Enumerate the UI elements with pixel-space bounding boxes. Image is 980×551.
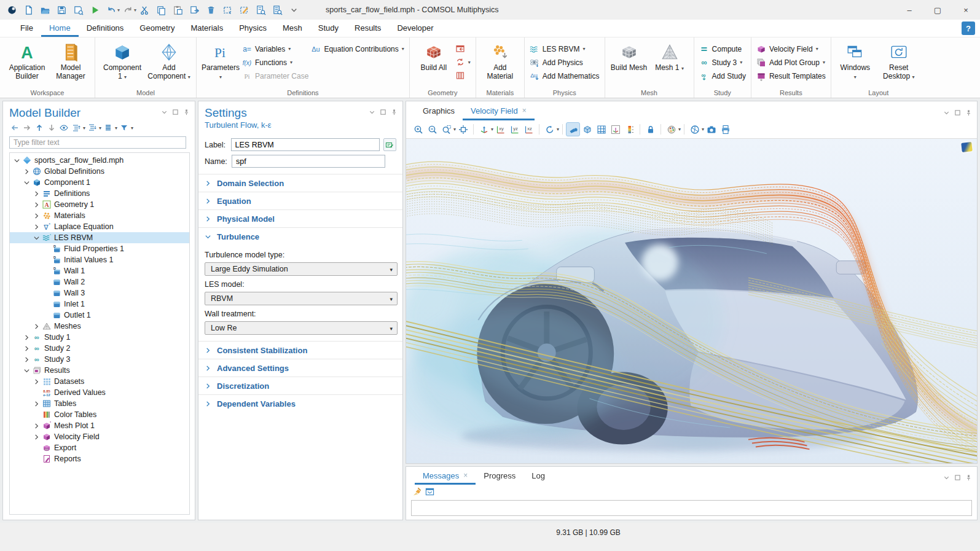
menu-tab-developer[interactable]: Developer — [389, 20, 441, 37]
panel-menu-icon[interactable] — [943, 109, 950, 116]
axes-button[interactable] — [608, 122, 622, 136]
run-icon[interactable] — [87, 2, 103, 18]
menu-tab-mesh[interactable]: Mesh — [275, 20, 310, 37]
paste-icon[interactable] — [170, 2, 186, 18]
move-up-icon[interactable] — [34, 122, 45, 133]
collapse-all-icon[interactable] — [71, 122, 82, 133]
view-yz-button[interactable]: yz — [508, 122, 522, 136]
model-manager-button[interactable]: Model Manager — [52, 39, 90, 88]
chevron-down-icon[interactable] — [12, 157, 22, 164]
chevron-down-icon[interactable] — [32, 235, 41, 241]
tree-item-results[interactable]: Results — [10, 365, 189, 376]
view-xz-button[interactable]: xz — [522, 122, 536, 136]
parameters-button[interactable]: Pi Parameters▾ — [202, 39, 240, 88]
dropdown-caret-icon[interactable]: ▾ — [99, 125, 101, 131]
print-button[interactable] — [718, 122, 732, 136]
tree-item-datasets[interactable]: Datasets — [10, 376, 189, 387]
plot-thumbnail-icon[interactable] — [961, 142, 972, 152]
name-input[interactable] — [232, 155, 385, 168]
qat-more-icon[interactable] — [286, 2, 302, 18]
chevron-right-icon[interactable] — [32, 434, 41, 440]
functions-button[interactable]: f(x)Functions▾ — [242, 57, 308, 68]
section-equation[interactable]: Equation — [198, 192, 402, 209]
clear-messages-icon[interactable] — [412, 487, 421, 496]
maximize-icon[interactable]: ▢ — [923, 0, 952, 20]
tree-item-initial-values-1[interactable]: DInitial Values 1 — [10, 254, 189, 265]
section-advanced-settings[interactable]: Advanced Settings — [198, 359, 402, 377]
comsol-logo-icon[interactable] — [4, 2, 20, 18]
pin-icon[interactable] — [391, 109, 398, 115]
chevron-right-icon[interactable] — [32, 213, 41, 219]
chevron-right-icon[interactable] — [32, 423, 41, 429]
tree-item-materials[interactable]: Materials — [10, 210, 189, 221]
section-consistent-stabilization[interactable]: Consistent Stabilization — [198, 341, 402, 359]
tree-item-mesh-plot-1[interactable]: *Mesh Plot 1 — [10, 420, 189, 431]
mesh-select-button[interactable]: Mesh 1 ▾ — [651, 39, 689, 88]
tree-item-wall-2[interactable]: Wall 2 — [10, 276, 189, 287]
save-preview-icon[interactable] — [70, 2, 87, 18]
scene-light-button[interactable] — [566, 122, 580, 136]
tree-item-study-2[interactable]: ∞Study 2 — [10, 343, 189, 354]
variables-button[interactable]: a=Variables▾ — [242, 44, 308, 54]
dropdown-caret-icon[interactable]: ▾ — [557, 127, 559, 132]
messages-tab-log[interactable]: Log — [523, 467, 553, 485]
grid-button[interactable] — [594, 122, 608, 136]
chevron-right-icon[interactable] — [22, 356, 31, 363]
tree-item-reports[interactable]: Reports — [10, 453, 189, 464]
float-panel-icon[interactable] — [954, 109, 961, 116]
add-material-button[interactable]: Add Material — [481, 39, 519, 88]
back-icon[interactable] — [9, 122, 20, 133]
section-discretization[interactable]: Discretization — [198, 377, 402, 394]
transparency-button[interactable] — [580, 122, 594, 136]
panel-menu-icon[interactable] — [161, 109, 168, 115]
zoom-out-button[interactable] — [425, 122, 439, 136]
tree-item-fluid-properties-1[interactable]: DFluid Properties 1 — [10, 243, 189, 254]
float-panel-icon[interactable] — [172, 109, 179, 115]
tree-item-color-tables[interactable]: Color Tables — [10, 409, 189, 420]
tree-item-geometry-1[interactable]: AGeometry 1 — [10, 199, 189, 210]
tree-filter-input[interactable] — [9, 136, 186, 149]
rotate-button[interactable] — [543, 122, 557, 136]
graphics-viewport[interactable] — [406, 139, 977, 463]
close-tab-icon[interactable]: × — [463, 471, 468, 480]
build-all-button[interactable]: Build All — [415, 39, 453, 88]
float-panel-icon[interactable] — [380, 109, 386, 115]
label-input[interactable] — [231, 138, 380, 151]
result-templates-button[interactable]: Result Templates — [756, 71, 826, 81]
messages-tab-messages[interactable]: Messages× — [415, 467, 476, 485]
panel-menu-icon[interactable] — [369, 109, 375, 115]
expand-all-icon[interactable] — [87, 122, 98, 133]
show-icon[interactable] — [58, 122, 69, 133]
node-grouping-icon[interactable] — [103, 122, 114, 133]
tree-item-study-3[interactable]: ∞Study 3 — [10, 354, 189, 365]
reset-desktop-button[interactable]: Reset Desktop ▾ — [877, 39, 921, 88]
messages-tab-progress[interactable]: Progress — [476, 467, 523, 485]
rename-button[interactable] — [383, 138, 396, 151]
chevron-right-icon[interactable] — [22, 168, 31, 175]
chevron-down-icon[interactable] — [22, 179, 31, 186]
open-file-icon[interactable] — [37, 2, 53, 18]
windows-button[interactable]: Windows▾ — [836, 39, 874, 88]
forward-icon[interactable] — [22, 122, 33, 133]
menu-tab-geometry[interactable]: Geometry — [131, 20, 182, 37]
chevron-right-icon[interactable] — [32, 201, 41, 208]
filter-icon[interactable] — [119, 122, 130, 133]
cut-icon[interactable] — [136, 2, 153, 18]
wall-treatment-select[interactable]: Low Re▾ — [205, 321, 398, 335]
tree-item-outlet-1[interactable]: Outlet 1 — [10, 310, 189, 321]
tree-item-definitions[interactable]: Definitions — [10, 188, 189, 199]
dropdown-caret-icon[interactable]: ▾ — [83, 125, 85, 131]
lock-button[interactable] — [643, 122, 657, 136]
preview-doc-alt-icon[interactable] — [269, 2, 286, 18]
add-study-button[interactable]: ∞Add Study — [699, 71, 746, 81]
tree-item-velocity-field[interactable]: Velocity Field — [10, 431, 189, 442]
parameter-case-button[interactable]: PiParameter Case — [242, 71, 308, 81]
tree-item-laplace-equation[interactable]: ∇*Laplace Equation — [10, 221, 189, 232]
zoom-in-button[interactable] — [411, 122, 425, 136]
tree-item-wall-3[interactable]: Wall 3 — [10, 287, 189, 299]
section-dependent-variables[interactable]: Dependent Variables — [198, 394, 402, 412]
partition-geometry-button[interactable] — [455, 70, 471, 81]
default-view-button[interactable] — [477, 122, 491, 136]
duplicate-icon[interactable] — [186, 2, 203, 18]
minimize-icon[interactable]: – — [895, 0, 923, 20]
